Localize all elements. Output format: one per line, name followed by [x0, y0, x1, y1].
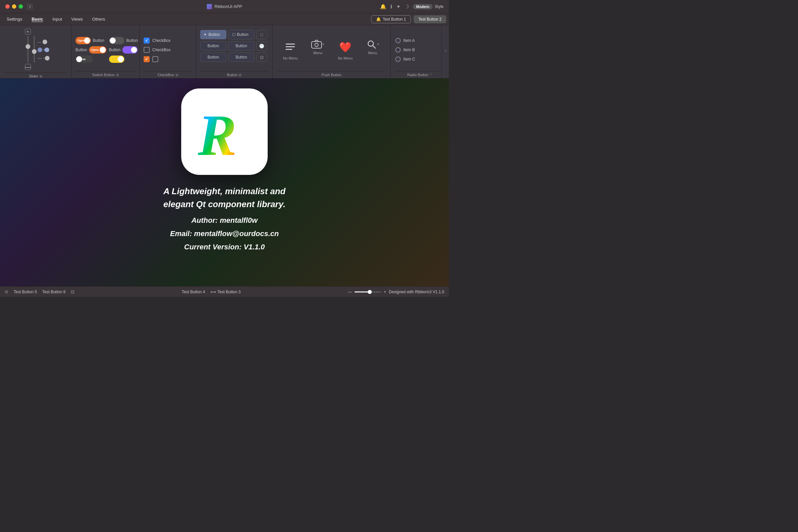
- toggle-open-2[interactable]: Open: [89, 46, 107, 54]
- traffic-lights: ⊞: [5, 4, 33, 9]
- switch-expand-icon[interactable]: ⊞: [116, 73, 119, 77]
- heart-icon: ❤️: [339, 41, 352, 53]
- minimize-button[interactable]: [12, 4, 16, 8]
- menu-input[interactable]: Input: [49, 15, 66, 23]
- status-right: — + Designed with RibbonUI V1.1.0: [348, 290, 444, 294]
- toggle-purple[interactable]: [122, 46, 138, 54]
- push-section: No Menu ▾ Menu ❤️ No Menu: [273, 25, 391, 78]
- switch-item-5: Close: [75, 56, 107, 63]
- push-item-1: No Menu: [278, 39, 303, 60]
- button-section: ✦ Button ⬡ Button □ Button Button 🕐 Butt…: [196, 25, 273, 78]
- ribbon-button-3-2[interactable]: Button: [228, 53, 255, 62]
- test-button-1-label: Test Button 1: [383, 17, 406, 22]
- slider-minus-1[interactable]: —: [25, 64, 31, 70]
- menu-views[interactable]: Views: [68, 15, 87, 23]
- ribbon-collapse-btn[interactable]: ⌃: [441, 25, 449, 78]
- svg-rect-2: [286, 49, 292, 50]
- status-icon-1: ⊙: [5, 289, 8, 294]
- toggle-yellow[interactable]: [109, 56, 125, 63]
- info-icon[interactable]: ℹ: [391, 4, 392, 10]
- push-label-3: No Menu: [338, 56, 353, 60]
- checkbox-row-1: ✓ CheckBox: [144, 38, 192, 43]
- checkbox-3[interactable]: ✓: [144, 56, 150, 62]
- checkbox-label-2: CheckBox: [152, 48, 171, 52]
- list-icon: [285, 41, 296, 52]
- v-slider-thumb-1: [25, 44, 30, 49]
- main-content: R A Lightweight, minimalist and elegant …: [0, 78, 449, 286]
- radio-btn-a[interactable]: [395, 38, 401, 43]
- notification-icon[interactable]: 🔔: [380, 4, 386, 10]
- menu-others[interactable]: Others: [88, 15, 109, 23]
- switch-item-3: Button Open: [75, 46, 107, 54]
- radio-row-b: Item B: [395, 47, 444, 53]
- search-dropdown: ▾: [377, 42, 379, 46]
- maximize-button[interactable]: [19, 4, 23, 8]
- status-test-6[interactable]: Test Button 6: [42, 290, 65, 294]
- menu-basic[interactable]: Basic: [27, 15, 47, 23]
- checkbox-4[interactable]: [152, 56, 158, 62]
- menu-settings[interactable]: Settings: [3, 15, 26, 23]
- test-button-1[interactable]: 🔔 Test Button 1: [371, 15, 411, 23]
- ribbon-button-2-1[interactable]: Button: [200, 41, 226, 51]
- push-item-2: ▾ Menu: [306, 39, 330, 60]
- status-slider[interactable]: [355, 291, 381, 292]
- ribbon-button-3-1[interactable]: Button: [200, 53, 226, 62]
- push-label-1: No Menu: [283, 56, 298, 60]
- slider-label: Slider ⊞: [4, 73, 67, 78]
- toggle-close[interactable]: Close: [75, 56, 93, 63]
- status-test-4[interactable]: Test Button 4: [182, 290, 205, 294]
- ribbon-button-1-3[interactable]: □: [256, 30, 267, 39]
- push-btn-heart[interactable]: ❤️: [337, 39, 353, 55]
- menubar: Settings Basic Input Views Others 🔔 Test…: [0, 13, 449, 25]
- svg-text:R: R: [197, 103, 237, 165]
- toggle-off-1[interactable]: [109, 37, 125, 44]
- toggle-open-1[interactable]: Open: [75, 37, 91, 44]
- status-test-3[interactable]: Test Button 3: [217, 290, 241, 294]
- push-item-3: ❤️ No Menu: [333, 39, 358, 60]
- app-email: Email: mentalflow@ourdocs.cn: [170, 229, 279, 238]
- ribbon-button-3-3[interactable]: ⊡: [256, 53, 267, 62]
- logo-svg: R: [191, 98, 258, 165]
- push-button-label: Push Button: [278, 71, 385, 78]
- switch-item-4: Button: [109, 46, 138, 54]
- switch-section: Open Button Button Button Open: [72, 25, 140, 78]
- svg-rect-3: [311, 41, 322, 48]
- test-button-2[interactable]: Test Button 2: [414, 15, 446, 23]
- ribbon-button-1-1[interactable]: ✦ Button: [200, 30, 226, 39]
- checkbox-label: CheckBox ⊞: [144, 71, 192, 78]
- ribbon-button-2-2[interactable]: Button: [228, 41, 255, 51]
- app-icon-small: [207, 4, 212, 9]
- theme-icon[interactable]: ☽: [405, 4, 409, 10]
- h-slider-thumb-1: [42, 40, 47, 44]
- style-toggle[interactable]: Modern Style: [413, 4, 443, 9]
- checkbox-expand-icon[interactable]: ⊞: [175, 73, 178, 77]
- button-grid: ✦ Button ⬡ Button □ Button Button 🕐 Butt…: [200, 28, 268, 71]
- checkbox-1[interactable]: ✓: [144, 38, 150, 43]
- radio-button-label: Radio Button ⌃: [395, 71, 444, 78]
- radio-expand-icon[interactable]: ⌃: [430, 73, 432, 77]
- push-btn-camera[interactable]: ▾: [311, 39, 324, 50]
- button-expand-icon[interactable]: ⊞: [239, 73, 241, 77]
- expand-button[interactable]: ⊞: [27, 4, 33, 9]
- radio-btn-b[interactable]: [395, 47, 401, 53]
- push-btn-list[interactable]: [282, 39, 298, 55]
- close-button[interactable]: [5, 4, 10, 8]
- rect-icon: ⬡: [232, 32, 235, 37]
- ribbon-button-1-2[interactable]: ⬡ Button: [228, 30, 255, 39]
- status-minus: —: [348, 290, 352, 294]
- status-center: Test Button 4 ⟺ Test Button 3: [80, 290, 342, 294]
- slider-expand-icon[interactable]: ⊞: [40, 75, 42, 78]
- window-title: RibbonUI APP: [214, 4, 242, 9]
- lightning-icon[interactable]: ✦: [396, 4, 401, 10]
- ribbon-button-2-3[interactable]: 🕐: [256, 41, 267, 51]
- checkbox-label-1: CheckBox: [152, 38, 171, 43]
- slider-plus-top[interactable]: +: [25, 28, 31, 35]
- push-btn-search[interactable]: ▾: [366, 39, 379, 50]
- h-slider-track-3: [43, 58, 46, 59]
- status-test-5[interactable]: Test Button 5: [14, 290, 37, 294]
- checkbox-2[interactable]: [144, 47, 150, 53]
- radio-btn-c[interactable]: [395, 57, 401, 62]
- svg-rect-0: [286, 43, 295, 44]
- push-label-2: Menu: [313, 51, 323, 55]
- switch-grid: Open Button Button Button Open: [75, 28, 135, 71]
